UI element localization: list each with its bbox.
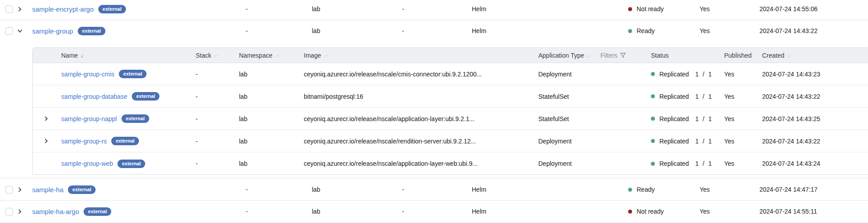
- sort-asc-icon: ↑: [326, 53, 328, 58]
- image-value: -: [402, 186, 404, 193]
- stack-value: -: [246, 208, 248, 215]
- row-separator: [0, 222, 868, 223]
- row-checkbox[interactable]: [5, 208, 13, 215]
- namespace-value: lab: [239, 160, 247, 167]
- stack-value: -: [196, 138, 198, 145]
- created-value: 2024-07-24 14:43:22: [762, 138, 820, 145]
- status-label: Not ready: [637, 5, 664, 13]
- column-header-image[interactable]: Image: [304, 52, 321, 59]
- published-value: Yes: [700, 27, 710, 34]
- external-badge: external: [68, 185, 96, 194]
- stack-value: -: [196, 93, 198, 100]
- status-replica-count: 1 / 1: [695, 93, 712, 100]
- workload-row: sample-group-napplexternal-labceyoniq.az…: [33, 108, 868, 130]
- namespace-value: lab: [239, 138, 247, 145]
- stack-value: -: [196, 71, 198, 78]
- status-cell: Replicated1 / 1: [651, 130, 712, 152]
- external-badge: external: [132, 92, 159, 101]
- sort-arrows-icon: ↓↑: [787, 53, 791, 58]
- sort-arrows-icon: ↓↑: [214, 53, 218, 58]
- workload-name-link[interactable]: sample-group-rs: [61, 138, 107, 145]
- workload-row: sample-group-webexternal-labceyoniq.azur…: [33, 152, 868, 175]
- status-error-dot-icon: [628, 7, 632, 11]
- row-separator: [0, 20, 868, 20]
- app-row: sample-haexternal-lab-HelmReadyYes2024-0…: [0, 181, 868, 198]
- workload-row: sample-group-databaseexternal-labbitnami…: [33, 85, 868, 108]
- workloads-table-header: Name↓↑Stack↓↑Namespace↓↑Image↓↑Applicati…: [33, 48, 868, 63]
- published-value: Yes: [724, 115, 734, 122]
- application-type-value: Helm: [472, 27, 486, 34]
- created-value: 2024-07-24 14:55:11: [759, 208, 817, 215]
- stack-value: -: [246, 27, 248, 34]
- expand-chevron-icon[interactable]: [17, 186, 23, 193]
- image-value: ceyoniq.azurecr.io/release/nscale/rendit…: [304, 138, 476, 145]
- column-header-created[interactable]: Created: [762, 52, 784, 59]
- status-label: Replicated: [659, 160, 689, 167]
- status-label: Ready: [637, 27, 654, 34]
- status-cell: Ready: [628, 181, 654, 198]
- namespace-value: lab: [312, 27, 320, 34]
- status-replica-count: 1 / 1: [695, 71, 712, 78]
- namespace-value: lab: [239, 71, 247, 78]
- status-label: Replicated: [659, 93, 689, 100]
- status-replica-count: 1 / 1: [695, 138, 712, 145]
- application-type-value: StatefulSet: [538, 115, 569, 122]
- filters-button[interactable]: Filters: [600, 52, 626, 59]
- column-header-namespace[interactable]: Namespace: [239, 52, 273, 59]
- published-value: Yes: [724, 71, 734, 78]
- app-row: sample-groupexternal-lab-HelmReadyYes202…: [0, 22, 868, 40]
- status-label: Replicated: [659, 71, 689, 78]
- column-header-published: Published: [724, 52, 752, 59]
- external-badge: external: [84, 207, 111, 216]
- created-value: 2024-07-24 14:43:24: [762, 160, 820, 167]
- application-type-value: Helm: [472, 186, 486, 193]
- workload-name-link[interactable]: sample-group-database: [61, 93, 127, 100]
- published-value: Yes: [700, 208, 710, 215]
- row-checkbox[interactable]: [5, 5, 13, 13]
- expand-chevron-icon[interactable]: [17, 6, 23, 12]
- expand-chevron-icon[interactable]: [17, 208, 23, 215]
- status-ok-dot-icon: [651, 94, 655, 98]
- status-replica-count: 1 / 1: [695, 160, 712, 167]
- external-badge: external: [78, 27, 105, 35]
- app-row: sample-encrypt-argoexternal-lab-HelmNot …: [0, 0, 868, 18]
- workload-name-link[interactable]: sample-group-cmis: [61, 71, 114, 78]
- sort-arrows-icon: ↓↑: [324, 53, 328, 58]
- application-type-value: Deployment: [538, 71, 572, 78]
- external-badge: external: [122, 114, 149, 123]
- sort-asc-icon: ↑: [216, 53, 218, 58]
- published-value: Yes: [700, 5, 710, 13]
- expand-chevron-icon[interactable]: [43, 138, 49, 144]
- workload-name-link[interactable]: sample-group-nappl: [61, 115, 117, 122]
- sort-asc-icon: ↑: [83, 53, 85, 58]
- created-value: 2024-07-24 14:43:22: [762, 93, 820, 100]
- image-value: ceyoniq.azurecr.io/release/nscale/applic…: [304, 115, 474, 122]
- app-name-link[interactable]: sample-group: [32, 27, 73, 35]
- published-value: Yes: [724, 93, 734, 100]
- row-checkbox[interactable]: [5, 186, 13, 194]
- stack-value: -: [196, 160, 198, 167]
- status-label: Replicated: [659, 138, 689, 145]
- status-cell: Ready: [628, 22, 654, 40]
- collapse-chevron-icon[interactable]: [17, 28, 23, 34]
- row-checkbox[interactable]: [5, 27, 13, 35]
- created-value: 2024-07-24 14:43:25: [762, 115, 820, 122]
- app-name-link[interactable]: sample-encrypt-argo: [32, 5, 94, 13]
- image-value: ceyoniq.azurecr.io/release/nscale/applic…: [304, 160, 478, 167]
- workload-row: sample-group-cmisexternal-labceyoniq.azu…: [33, 63, 868, 85]
- column-header-app_type[interactable]: Application Type: [538, 52, 584, 59]
- stack-value: -: [196, 115, 198, 122]
- app-name-link[interactable]: sample-ha: [32, 186, 63, 194]
- created-value: 2024-07-24 14:47:17: [759, 186, 818, 193]
- column-header-stack[interactable]: Stack: [196, 52, 211, 59]
- row-separator: [0, 178, 868, 178]
- workload-name-link[interactable]: sample-group-web: [61, 160, 113, 167]
- app-row: sample-ha-argoexternal-lab-HelmNot ready…: [0, 202, 868, 220]
- status-error-dot-icon: [628, 210, 632, 214]
- app-name-link[interactable]: sample-ha-argo: [32, 208, 79, 215]
- created-value: 2024-07-24 14:55:06: [759, 5, 818, 13]
- expand-chevron-icon[interactable]: [43, 116, 49, 122]
- stack-value: -: [246, 186, 248, 193]
- published-value: Yes: [724, 160, 734, 167]
- column-header-name[interactable]: Name: [61, 52, 78, 59]
